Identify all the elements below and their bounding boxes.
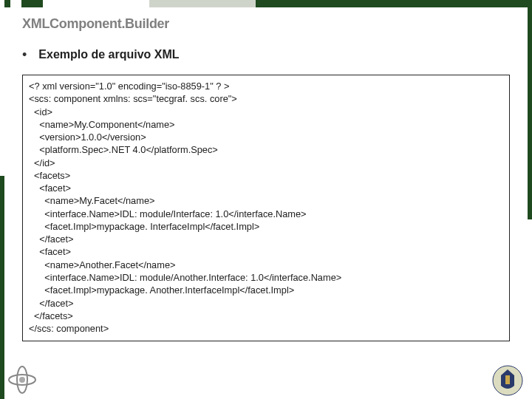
university-crest-icon: [492, 365, 523, 396]
decorative-right-border: [528, 0, 532, 399]
decorative-left-border: [0, 0, 4, 399]
subtitle-row: • Exemplo de arquivo XML: [22, 48, 510, 61]
slide-title: XMLComponent.Builder: [22, 16, 510, 32]
bullet-icon: •: [22, 48, 27, 61]
slide-subtitle: Exemplo de arquivo XML: [38, 48, 179, 61]
xml-code-block: <? xml version="1.0" encoding="iso-8859-…: [22, 75, 510, 341]
scs-logo-icon: [7, 365, 37, 395]
decorative-top-border: [0, 0, 532, 7]
slide-content: XMLComponent.Builder • Exemplo de arquiv…: [22, 16, 510, 384]
svg-point-2: [19, 377, 25, 383]
